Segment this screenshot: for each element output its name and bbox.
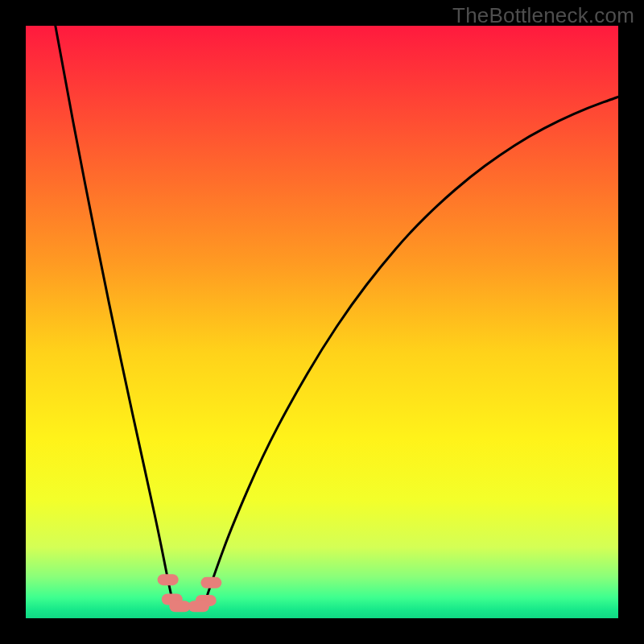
svg-rect-4 xyxy=(169,601,190,612)
gradient-background xyxy=(26,26,618,618)
floor-marker-left xyxy=(169,601,190,612)
svg-rect-5 xyxy=(188,601,209,612)
svg-rect-0 xyxy=(158,574,179,585)
chart-svg xyxy=(26,26,618,618)
watermark-text: TheBottleneck.com xyxy=(452,3,634,28)
plot-area xyxy=(26,26,618,618)
right-marker-upper xyxy=(200,577,221,588)
floor-marker-right xyxy=(188,601,209,612)
chart-frame: TheBottleneck.com xyxy=(0,0,644,644)
svg-rect-2 xyxy=(200,577,221,588)
left-marker-upper xyxy=(158,574,179,585)
